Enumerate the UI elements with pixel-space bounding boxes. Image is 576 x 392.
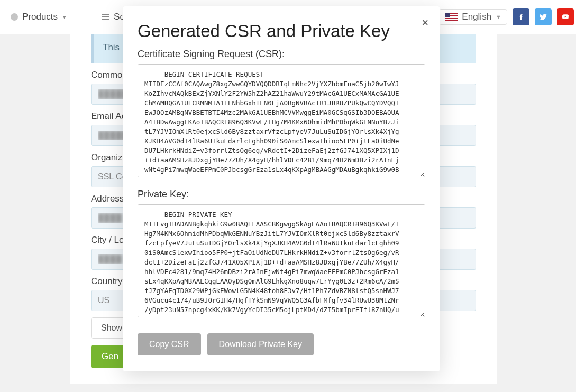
private-key-label: Private Key: xyxy=(138,189,425,200)
modal-actions: Copy CSR Download Private Key xyxy=(138,333,425,355)
private-key-textarea[interactable] xyxy=(138,204,425,317)
csr-label: Certificate Signing Request (CSR): xyxy=(138,49,425,60)
csr-textarea[interactable] xyxy=(138,64,425,177)
modal-close-button[interactable]: × xyxy=(422,17,428,29)
download-private-key-button[interactable]: Download Private Key xyxy=(207,333,314,355)
copy-csr-button[interactable]: Copy CSR xyxy=(138,333,201,355)
csr-result-modal: × Generated CSR and Private Key Certific… xyxy=(123,6,440,371)
modal-title: Generated CSR and Private Key xyxy=(138,21,425,41)
